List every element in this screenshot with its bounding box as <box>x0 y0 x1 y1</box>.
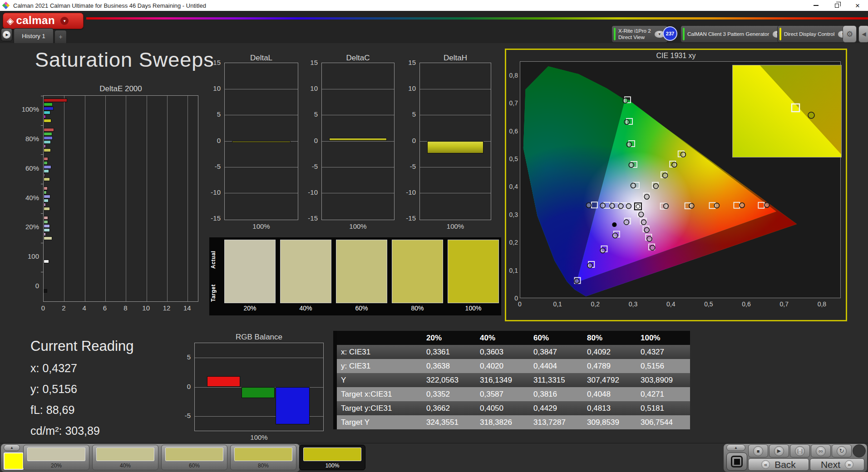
calman-menu-button[interactable]: ◈ calman ▼ <box>3 13 84 29</box>
actual-row-label: Actual <box>210 244 222 275</box>
minimize-button[interactable] <box>805 0 826 11</box>
table-cell: 0,3352 <box>422 387 476 401</box>
table-cell: 0,4404 <box>529 359 583 373</box>
deltac-x-label: 100% <box>321 222 395 230</box>
display-control-dropdown[interactable]: Direct Display Control ▼ <box>777 25 851 43</box>
next-label: Next <box>821 459 840 470</box>
back-button[interactable]: « Back <box>748 458 809 471</box>
rgb-bar-green <box>242 387 274 398</box>
read-stop-button[interactable] <box>726 452 747 471</box>
pattern-panel-expand-button[interactable]: ▲ <box>4 444 20 451</box>
deltac-y-tick-label: 0 <box>300 137 318 144</box>
deltae-gridline <box>105 96 106 301</box>
loop-icon: ↻ <box>839 447 844 454</box>
tab-history-1[interactable]: History 1 <box>14 28 54 43</box>
deltae-bar <box>44 119 51 123</box>
cie-y-tick-label: 0,8 <box>505 72 518 79</box>
deltah-y-tick-label: -10 <box>398 188 416 196</box>
close-button[interactable]: × <box>847 0 868 11</box>
table-header-cell: 20% <box>422 331 476 345</box>
table-cell: 309,8539 <box>583 415 636 429</box>
table-cell: 0,3361 <box>422 345 476 359</box>
deltae-bar <box>44 203 46 206</box>
deltae-gridline <box>167 96 168 301</box>
table-cell: 0,4271 <box>636 387 690 401</box>
pattern-generator-dropdown[interactable]: CalMAN Client 3 Pattern Generator ▼ <box>681 25 786 43</box>
restore-button[interactable] <box>826 0 847 11</box>
pattern-button-40%[interactable]: 40% <box>92 445 158 470</box>
deltae-bar <box>44 232 46 236</box>
pattern-button-label: 100% <box>300 462 365 469</box>
pattern-button-60%[interactable]: 60% <box>161 445 227 470</box>
cie-x-tick-label: 0,4 <box>662 300 680 308</box>
series-icon: [··] <box>798 449 803 453</box>
cie-measured-blue <box>574 279 579 284</box>
deltae-bar <box>44 224 50 228</box>
deltal-y-tick-label: 10 <box>202 84 221 92</box>
measure-series-button[interactable]: [··] <box>790 444 810 457</box>
cie-1931-panel: CIE 1931 xy <box>505 49 847 321</box>
spectrum-gradient-bar <box>86 17 868 20</box>
swatch-patch <box>392 240 443 303</box>
deltal-x-label: 100% <box>224 222 298 230</box>
table-row-label: Target x:CIE31 <box>337 387 422 401</box>
measure-loop-button[interactable]: ↻ <box>832 444 852 457</box>
cie-x-tick-label: 0,5 <box>700 300 718 308</box>
table-cell: 0,4813 <box>583 401 636 415</box>
cie-measured-cyan <box>626 204 631 209</box>
play-icon: ▶ <box>777 448 781 454</box>
deltae-bar <box>44 191 47 194</box>
current-reading-x: x: 0,4327 <box>30 362 77 375</box>
stop-measure-button[interactable]: ■ <box>748 444 768 457</box>
deltal-y-tick-label: -5 <box>202 162 221 170</box>
table-cell: 0,3587 <box>476 387 529 401</box>
window-title: Calman 2021 Calman Ultimate for Business… <box>13 2 206 9</box>
next-arrow-icon: » <box>845 460 853 469</box>
transport-expand-button[interactable]: ▲ <box>726 444 745 451</box>
pattern-button-20%[interactable]: 20% <box>23 445 89 470</box>
deltae-x-tick-label: 4 <box>75 304 94 312</box>
meter-dropdown[interactable]: X-Rite i1Pro 2 Direct View ▼ <box>612 25 668 43</box>
pattern-button-swatch <box>27 447 85 461</box>
swatch-patch <box>224 240 276 303</box>
cie-measured-yellow <box>653 184 658 189</box>
deltae-x-tick-label: 0 <box>34 304 52 312</box>
active-pattern-swatch <box>4 452 24 470</box>
cie-measured-magenta <box>641 220 646 225</box>
swatch-patch-label: 20% <box>224 305 276 314</box>
deltah-y-tick-label: 10 <box>398 84 416 92</box>
swatch-patch-label: 80% <box>392 305 443 314</box>
deltae-gridline <box>126 96 126 301</box>
app-icon <box>3 2 10 9</box>
measure-continuous-button[interactable]: ∞ <box>811 444 831 457</box>
add-tab-button[interactable]: + <box>54 30 67 43</box>
table-cell: 324,3551 <box>422 415 476 429</box>
pattern-button-80%[interactable]: 80% <box>230 445 296 470</box>
cie-y-tick-label: 0,3 <box>505 211 518 218</box>
deltah-y-axis: 151050-5-10-15 <box>399 63 418 220</box>
pattern-button-100%[interactable]: 100% <box>299 445 365 470</box>
tab-scroll-button[interactable]: ▶ <box>1 28 12 41</box>
rgb-balance-chart <box>194 343 324 431</box>
deltah-y-tick-label: 15 <box>398 59 416 66</box>
cie-measured-yellow <box>663 173 668 178</box>
back-label: Back <box>774 459 796 470</box>
up-arrow-icon: ▲ <box>10 446 14 450</box>
cie-measured-green <box>623 98 628 103</box>
next-button[interactable]: Next » <box>810 458 864 471</box>
pattern-generator-label: CalMAN Client 3 Pattern Generator <box>687 31 769 37</box>
table-cell: 306,7544 <box>636 415 690 429</box>
deltah-y-tick-label: 5 <box>398 110 416 118</box>
deltal-gridline <box>225 167 298 167</box>
settings-button[interactable]: ⚙ <box>843 25 857 43</box>
cie-zoom-inset <box>732 65 842 157</box>
display-control-status-accent <box>779 28 781 40</box>
collapse-panel-button[interactable]: ◀ <box>858 25 868 43</box>
deltae-bar <box>44 260 49 263</box>
deltal-gridline <box>225 89 298 89</box>
up-arrow-icon: ▲ <box>734 446 738 450</box>
play-measure-button[interactable]: ▶ <box>769 444 789 457</box>
cie-measured-red <box>714 203 719 208</box>
deltah-x-label: 100% <box>419 222 491 230</box>
deltal-chart <box>224 63 298 220</box>
